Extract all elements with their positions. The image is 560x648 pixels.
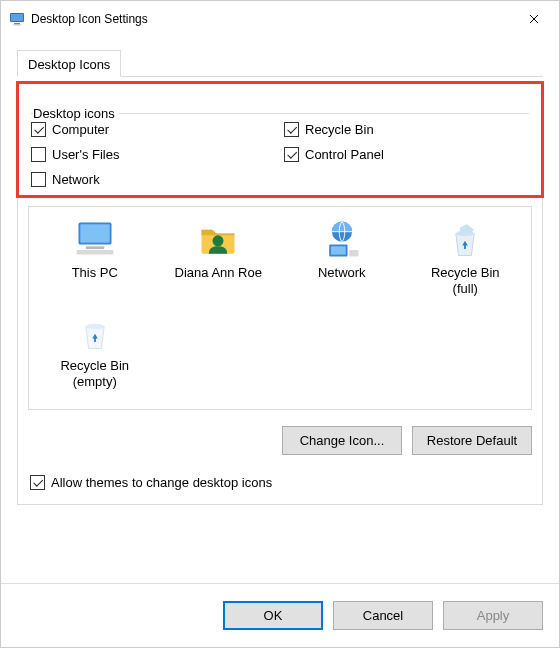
checkbox-users-files[interactable]: User's Files (31, 147, 276, 162)
dialog-content: Desktop Icons Desktop icons Computer Use… (1, 37, 559, 517)
svg-rect-1 (11, 14, 23, 21)
preview-recycle-bin-empty[interactable]: Recycle Bin (empty) (33, 308, 157, 391)
preview-label: This PC (72, 265, 118, 281)
highlight-box: Desktop icons Computer User's Files (16, 81, 544, 198)
this-pc-icon (73, 217, 117, 261)
monitor-icon (9, 11, 25, 27)
checkbox-columns: Computer User's Files Network (31, 114, 529, 187)
checkbox-control-panel[interactable]: Control Panel (284, 147, 529, 162)
ok-button[interactable]: OK (223, 601, 323, 630)
icon-preview-box: This PC Diana Ann Roe (28, 206, 532, 410)
checkbox-box (31, 147, 46, 162)
title-bar: Desktop Icon Settings (1, 1, 559, 37)
checkbox-box (284, 147, 299, 162)
recycle-bin-empty-icon (73, 310, 117, 354)
dialog-buttons: OK Cancel Apply (1, 583, 559, 647)
groupbox-desktop-icons: Desktop icons Computer User's Files (31, 98, 529, 187)
svg-rect-2 (14, 23, 20, 25)
cancel-button[interactable]: Cancel (333, 601, 433, 630)
svg-rect-11 (331, 246, 346, 254)
apply-button[interactable]: Apply (443, 601, 543, 630)
preview-user-folder[interactable]: Diana Ann Roe (157, 215, 281, 298)
preview-network[interactable]: Network (280, 215, 404, 298)
svg-rect-6 (86, 246, 104, 249)
checkbox-col-left: Computer User's Files Network (31, 122, 276, 187)
svg-rect-5 (80, 224, 109, 242)
tab-page: Desktop icons Computer User's Files (17, 81, 543, 505)
svg-rect-12 (349, 250, 358, 256)
close-icon (529, 14, 539, 24)
preview-label: Diana Ann Roe (175, 265, 262, 281)
icon-grid: This PC Diana Ann Roe (33, 215, 527, 391)
checkbox-box (31, 172, 46, 187)
preview-label: Recycle Bin (empty) (60, 358, 129, 389)
title-left: Desktop Icon Settings (9, 11, 148, 27)
checkbox-label: Network (52, 172, 100, 187)
checkbox-box (30, 475, 45, 490)
checkbox-label: Recycle Bin (305, 122, 374, 137)
checkbox-box (31, 122, 46, 137)
checkbox-recycle-bin[interactable]: Recycle Bin (284, 122, 529, 137)
change-icon-button[interactable]: Change Icon... (282, 426, 402, 455)
checkbox-network[interactable]: Network (31, 172, 276, 187)
svg-point-14 (86, 324, 104, 330)
svg-rect-3 (13, 25, 22, 26)
checkbox-label: Computer (52, 122, 109, 137)
window-title: Desktop Icon Settings (31, 12, 148, 26)
checkbox-allow-themes[interactable]: Allow themes to change desktop icons (30, 475, 530, 490)
preview-label: Recycle Bin (full) (431, 265, 500, 296)
recycle-bin-full-icon (443, 217, 487, 261)
checkbox-col-right: Recycle Bin Control Panel (284, 122, 529, 187)
groupbox-label: Desktop icons (33, 106, 119, 121)
checkbox-computer[interactable]: Computer (31, 122, 276, 137)
preview-recycle-bin-full[interactable]: Recycle Bin (full) (404, 215, 528, 298)
svg-point-8 (213, 235, 224, 246)
user-folder-icon (196, 217, 240, 261)
restore-default-button[interactable]: Restore Default (412, 426, 532, 455)
preview-this-pc[interactable]: This PC (33, 215, 157, 298)
icon-buttons-row: Change Icon... Restore Default (28, 420, 532, 471)
preview-label: Network (318, 265, 366, 281)
svg-rect-7 (76, 250, 113, 255)
checkbox-box (284, 122, 299, 137)
tab-bar: Desktop Icons (17, 49, 543, 77)
close-button[interactable] (517, 7, 551, 31)
network-icon (320, 217, 364, 261)
checkbox-label: Allow themes to change desktop icons (51, 475, 272, 490)
tab-desktop-icons[interactable]: Desktop Icons (17, 50, 121, 77)
checkbox-label: User's Files (52, 147, 120, 162)
checkbox-label: Control Panel (305, 147, 384, 162)
